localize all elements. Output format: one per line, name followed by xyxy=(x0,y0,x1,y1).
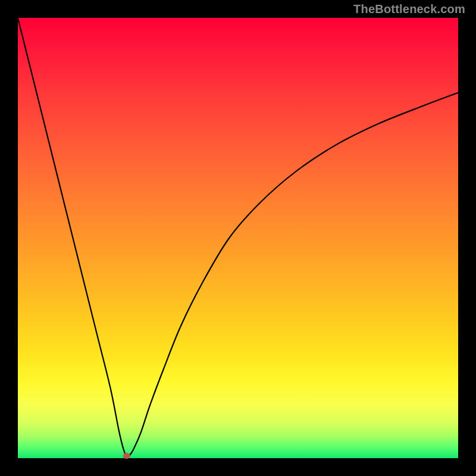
minimum-marker xyxy=(123,453,130,459)
watermark-text: TheBottleneck.com xyxy=(353,2,465,16)
bottleneck-curve xyxy=(18,18,458,456)
plot-area xyxy=(18,18,458,458)
bottleneck-curve-svg xyxy=(18,18,458,458)
chart-frame: TheBottleneck.com xyxy=(0,0,476,476)
